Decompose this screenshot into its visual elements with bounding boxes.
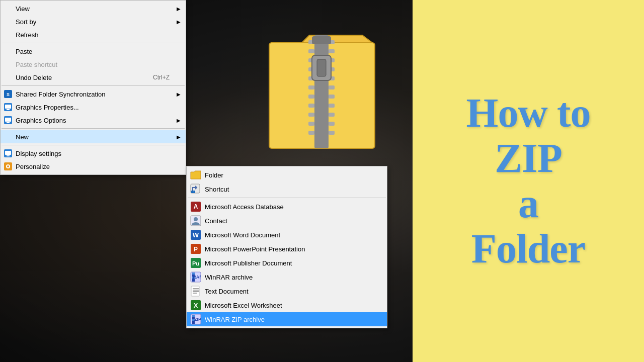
sub-menu-item-winrar[interactable]: RAR WinRAR archive xyxy=(187,270,387,284)
winrar-label: WinRAR archive xyxy=(205,274,253,281)
folder-icon xyxy=(190,169,202,181)
sub-menu-item-folder[interactable]: Folder xyxy=(187,168,387,182)
svg-text:A: A xyxy=(194,203,198,210)
menu-item-paste[interactable]: Paste xyxy=(1,45,186,58)
menu-item-view[interactable]: View xyxy=(1,2,186,15)
paste-shortcut-label: Paste shortcut xyxy=(16,61,57,68)
sub-menu-new: Folder ⤷ Shortcut A xyxy=(186,166,387,328)
svg-text:Pu: Pu xyxy=(192,260,199,266)
sub-menu-item-contact[interactable]: Contact xyxy=(187,214,387,228)
menu-item-graphics-options[interactable]: Graphics Options xyxy=(1,114,186,127)
svg-rect-31 xyxy=(5,105,11,109)
personalize-icon xyxy=(4,162,13,171)
paste-label: Paste xyxy=(16,48,32,55)
svg-text:⤷: ⤷ xyxy=(193,191,194,193)
view-label: View xyxy=(16,5,30,13)
svg-text:S: S xyxy=(7,92,10,97)
sub-menu-item-word[interactable]: W Microsoft Word Document xyxy=(187,228,387,242)
contact-label: Contact xyxy=(205,217,227,225)
svg-rect-34 xyxy=(5,118,11,122)
svg-rect-14 xyxy=(329,49,335,53)
svg-rect-18 xyxy=(329,85,335,89)
separator-3 xyxy=(2,128,185,129)
svg-rect-3 xyxy=(308,49,314,53)
ppt-icon: P xyxy=(190,243,202,255)
menu-item-refresh[interactable]: Refresh xyxy=(1,28,186,41)
personalize-label: Personalize xyxy=(16,163,50,170)
svg-rect-1 xyxy=(314,35,329,148)
svg-rect-10 xyxy=(308,113,314,117)
svg-rect-7 xyxy=(308,85,314,89)
separator-2 xyxy=(2,85,185,86)
desktop: How toZIPaFolder xyxy=(0,0,644,362)
ppt-label: Microsoft PowerPoint Presentation xyxy=(205,245,305,253)
sub-menu-item-access[interactable]: A Microsoft Access Database xyxy=(187,200,387,214)
menu-item-personalize[interactable]: Personalize xyxy=(1,160,186,173)
svg-rect-35 xyxy=(7,122,10,123)
graphics-options-label: Graphics Options xyxy=(16,117,66,124)
svg-text:ZIP: ZIP xyxy=(194,317,201,322)
menu-item-paste-shortcut[interactable]: Paste shortcut xyxy=(1,58,186,71)
svg-rect-37 xyxy=(5,151,11,155)
graphics-props-icon xyxy=(4,103,13,112)
svg-rect-12 xyxy=(308,131,314,135)
separator-1 xyxy=(2,43,185,43)
access-label: Microsoft Access Database xyxy=(205,203,284,211)
menu-item-new[interactable]: New xyxy=(1,130,186,143)
word-icon: W xyxy=(190,229,202,241)
tutorial-title: How toZIPaFolder xyxy=(466,90,591,272)
svg-rect-23 xyxy=(329,131,335,135)
new-label: New xyxy=(16,133,29,141)
svg-rect-19 xyxy=(329,95,335,99)
svg-rect-62 xyxy=(191,286,199,296)
graphics-options-icon xyxy=(4,116,13,125)
sub-menu-item-winrar-zip[interactable]: ZIP WinRAR ZIP archive xyxy=(187,312,387,326)
winrar-icon: RAR xyxy=(190,271,202,283)
excel-icon: X xyxy=(190,299,202,311)
svg-point-41 xyxy=(7,165,9,167)
svg-rect-11 xyxy=(308,122,314,126)
svg-rect-25 xyxy=(317,59,326,76)
graphics-props-label: Graphics Properties... xyxy=(16,104,79,111)
sub-menu-item-publisher[interactable]: Pu Microsoft Publisher Document xyxy=(187,256,387,270)
sub-menu-item-excel[interactable]: X Microsoft Excel Worksheet xyxy=(187,298,387,312)
right-panel: How toZIPaFolder xyxy=(413,0,644,362)
menu-item-shared-folder[interactable]: S Shared Folder Synchronization xyxy=(1,87,186,101)
shared-folder-label: Shared Folder Synchronization xyxy=(16,90,106,98)
refresh-label: Refresh xyxy=(16,31,39,39)
svg-text:RAR: RAR xyxy=(193,275,201,280)
excel-label: Microsoft Excel Worksheet xyxy=(205,302,282,309)
svg-rect-20 xyxy=(329,104,335,108)
word-label: Microsoft Word Document xyxy=(205,231,280,239)
sub-menu-item-ppt[interactable]: P Microsoft PowerPoint Presentation xyxy=(187,242,387,256)
svg-rect-22 xyxy=(329,122,335,126)
sub-menu-item-shortcut[interactable]: ⤷ Shortcut xyxy=(187,182,387,196)
undo-delete-shortcut: Ctrl+Z xyxy=(153,74,180,81)
text-doc-label: Text Document xyxy=(205,288,249,295)
publisher-icon: Pu xyxy=(190,257,202,269)
svg-rect-9 xyxy=(308,104,314,108)
display-settings-icon xyxy=(4,149,13,158)
menu-item-undo-delete[interactable]: Undo Delete Ctrl+Z xyxy=(1,71,186,84)
display-settings-label: Display settings xyxy=(16,150,61,157)
menu-item-sort-by[interactable]: Sort by xyxy=(1,15,186,28)
menu-item-graphics-props[interactable]: Graphics Properties... xyxy=(1,101,186,114)
svg-rect-8 xyxy=(308,95,314,99)
sort-by-label: Sort by xyxy=(16,18,36,26)
svg-text:W: W xyxy=(193,231,199,239)
undo-delete-label: Undo Delete xyxy=(16,74,52,81)
menu-item-display-settings[interactable]: Display settings xyxy=(1,147,186,160)
winrar-zip-label: WinRAR ZIP archive xyxy=(205,316,265,323)
folder-label: Folder xyxy=(205,171,223,179)
folder-area xyxy=(231,0,413,181)
svg-rect-26 xyxy=(312,36,331,44)
svg-text:P: P xyxy=(194,246,198,253)
svg-rect-27 xyxy=(316,143,327,147)
svg-rect-21 xyxy=(329,113,335,117)
access-icon: A xyxy=(190,201,202,213)
svg-text:X: X xyxy=(194,302,198,309)
winrar-zip-icon: ZIP xyxy=(190,313,202,325)
text-doc-icon xyxy=(190,285,202,297)
sub-menu-item-text[interactable]: Text Document xyxy=(187,284,387,298)
shortcut-label: Shortcut xyxy=(205,186,229,193)
